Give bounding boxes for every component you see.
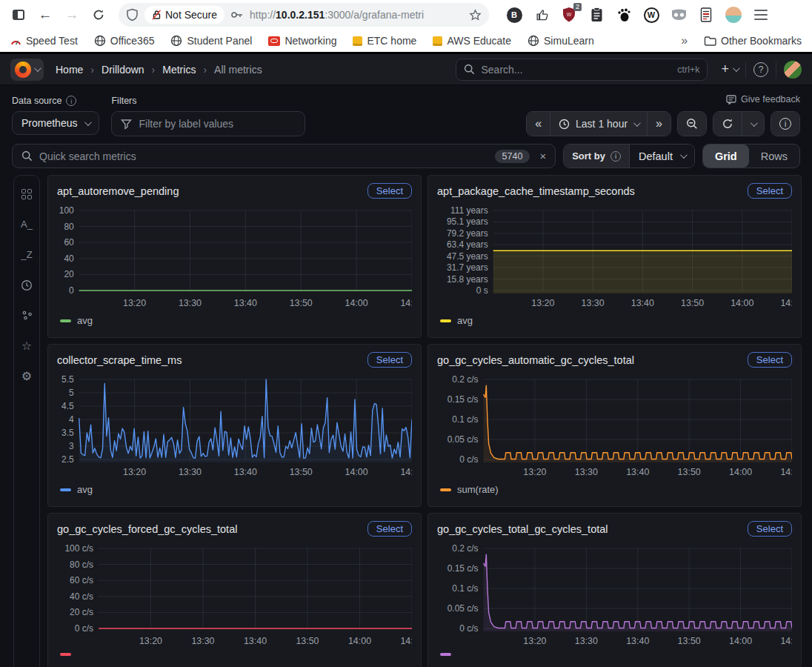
- metric-chart[interactable]: 111 years95.1 years79.2 years63.4 years4…: [437, 202, 792, 313]
- sort-z-icon[interactable]: _Z: [21, 248, 32, 261]
- bookmark-item[interactable]: ETC home: [353, 35, 416, 47]
- svg-text:13:30: 13:30: [575, 467, 598, 477]
- sidebar-toggle-button[interactable]: [7, 4, 30, 26]
- svg-text:13:50: 13:50: [681, 298, 704, 308]
- grid-view-icon[interactable]: [21, 188, 32, 200]
- time-shift-back-button[interactable]: «: [527, 112, 550, 136]
- chart-legend[interactable]: avg: [57, 482, 412, 495]
- globe-icon: [94, 35, 106, 47]
- shield-icon[interactable]: [126, 8, 139, 21]
- svg-text:13:30: 13:30: [575, 636, 598, 646]
- oracle-icon: [268, 36, 280, 46]
- url-text[interactable]: http://10.0.2.151:3000/a/grafana-metri: [250, 9, 463, 21]
- bookmark-star-icon[interactable]: [469, 9, 482, 21]
- info-button[interactable]: i: [771, 112, 799, 136]
- svg-text:80: 80: [64, 222, 74, 232]
- chart-legend[interactable]: avg: [57, 313, 412, 326]
- refresh-button[interactable]: [713, 112, 742, 136]
- sort-select[interactable]: Default: [630, 145, 694, 167]
- info-icon[interactable]: i: [66, 96, 76, 106]
- extension-clipboard-icon[interactable]: [588, 6, 605, 24]
- grafana-topnav: Home› Drilldown› Metrics› All metrics Se…: [0, 54, 812, 85]
- breadcrumb-metrics[interactable]: Metrics: [162, 64, 196, 76]
- menu-button[interactable]: [752, 6, 770, 24]
- chart-legend[interactable]: sum(rate): [437, 482, 792, 495]
- datasource-select[interactable]: Prometheus: [12, 111, 99, 135]
- user-avatar[interactable]: [784, 61, 802, 79]
- new-button[interactable]: +: [721, 62, 738, 77]
- grafana-logo-button[interactable]: [10, 59, 44, 81]
- svg-text:13:50: 13:50: [296, 636, 319, 646]
- back-button[interactable]: ←: [34, 4, 56, 26]
- svg-text:47.5 years: 47.5 years: [447, 251, 488, 262]
- reload-button[interactable]: [87, 4, 110, 26]
- refresh-interval-dropdown[interactable]: [742, 112, 764, 136]
- extension-w-circle-icon[interactable]: W: [642, 6, 660, 24]
- bookmark-item[interactable]: Office365: [94, 35, 155, 47]
- sort-a-icon[interactable]: A_: [21, 218, 33, 230]
- security-chip[interactable]: Not Secure: [144, 6, 224, 24]
- bookmark-item[interactable]: SimuLearn: [528, 35, 594, 47]
- breadcrumb-drilldown[interactable]: Drilldown: [102, 64, 144, 76]
- metric-chart[interactable]: 0.2 c/s0.15 c/s0.1 c/s0.05 c/s0 c/s13:20…: [437, 371, 792, 482]
- metric-chart[interactable]: 5.554.543.532.513:2013:3013:4013:5014:00…: [57, 371, 412, 482]
- help-button[interactable]: ?: [753, 62, 768, 77]
- global-search-input[interactable]: Search... ctrl+k: [456, 59, 708, 81]
- bookmarks-overflow-button[interactable]: »: [681, 34, 688, 47]
- extension-thumb-icon[interactable]: [533, 6, 550, 24]
- bookmark-item[interactable]: Student Panel: [170, 35, 252, 47]
- view-grid-option[interactable]: Grid: [703, 145, 749, 167]
- extension-gnome-foot-icon[interactable]: [615, 6, 633, 24]
- give-feedback-link[interactable]: Give feedback: [726, 94, 800, 104]
- chevron-down-icon: [733, 64, 740, 72]
- yellow-box-icon: [353, 36, 362, 46]
- browser-toolbar: ← → Not Secure http://10.0.2.151:3000/a/…: [0, 0, 812, 30]
- zoom-out-button[interactable]: [678, 112, 706, 136]
- svg-text:13:20: 13:20: [139, 636, 162, 646]
- other-bookmarks-button[interactable]: Other Bookmarks: [704, 35, 802, 47]
- clear-search-button[interactable]: ×: [539, 150, 546, 162]
- url-bar[interactable]: Not Secure http://10.0.2.151:3000/a/graf…: [119, 3, 489, 27]
- select-button[interactable]: Select: [367, 521, 412, 537]
- time-shift-forward-button[interactable]: »: [648, 112, 670, 136]
- time-range-picker[interactable]: Last 1 hour: [550, 112, 648, 136]
- recent-clock-icon[interactable]: [21, 279, 33, 291]
- bookmark-item[interactable]: Networking: [268, 35, 336, 47]
- select-button[interactable]: Select: [748, 521, 792, 537]
- settings-gear-icon[interactable]: ⚙: [21, 370, 32, 382]
- filters-field: Filters Filter by label values: [111, 96, 305, 136]
- legend-swatch: [440, 488, 451, 491]
- groups-icon[interactable]: [21, 309, 33, 322]
- select-button[interactable]: Select: [748, 352, 792, 368]
- key-icon[interactable]: [230, 10, 244, 19]
- chart-legend[interactable]: [57, 651, 412, 656]
- chart-legend[interactable]: [437, 651, 792, 656]
- extension-mask-icon[interactable]: [670, 6, 688, 24]
- breadcrumb-home[interactable]: Home: [56, 64, 83, 76]
- select-button[interactable]: Select: [367, 183, 412, 199]
- yellow-box-icon: [433, 36, 442, 46]
- label-filter-input[interactable]: Filter by label values: [111, 111, 305, 136]
- info-icon[interactable]: i: [610, 151, 621, 162]
- svg-text:w: w: [566, 10, 572, 18]
- bookmark-item[interactable]: AWS Educate: [433, 35, 511, 47]
- view-rows-option[interactable]: Rows: [749, 145, 799, 167]
- extension-profile-icon[interactable]: [725, 6, 742, 24]
- metric-chart[interactable]: 0.2 c/s0.15 c/s0.1 c/s0.05 c/s0 c/s13:20…: [437, 540, 792, 651]
- bookmarks-bar: Speed Test Office365 Student Panel Netwo…: [0, 30, 812, 52]
- metric-chart[interactable]: 10080604020013:2013:3013:4013:5014:0014:…: [57, 202, 412, 313]
- chart-legend[interactable]: avg: [437, 313, 792, 326]
- extension-shield-icon[interactable]: w 2: [560, 6, 578, 24]
- metric-chart[interactable]: 100 c/s80 c/s60 c/s40 c/s20 c/s0 c/s13:2…: [57, 540, 412, 651]
- svg-text:5.5: 5.5: [61, 374, 74, 385]
- extension-b-icon[interactable]: B: [505, 6, 523, 24]
- quick-search-input[interactable]: Quick search metrics 5740 ×: [12, 144, 556, 168]
- svg-text:0 s: 0 s: [476, 285, 488, 296]
- select-button[interactable]: Select: [367, 352, 412, 368]
- svg-text:80 c/s: 80 c/s: [70, 560, 93, 570]
- forward-button[interactable]: →: [61, 4, 83, 26]
- star-icon[interactable]: ☆: [21, 339, 32, 352]
- extension-document-icon[interactable]: [697, 6, 715, 24]
- bookmark-item[interactable]: Speed Test: [10, 35, 78, 47]
- select-button[interactable]: Select: [748, 183, 792, 199]
